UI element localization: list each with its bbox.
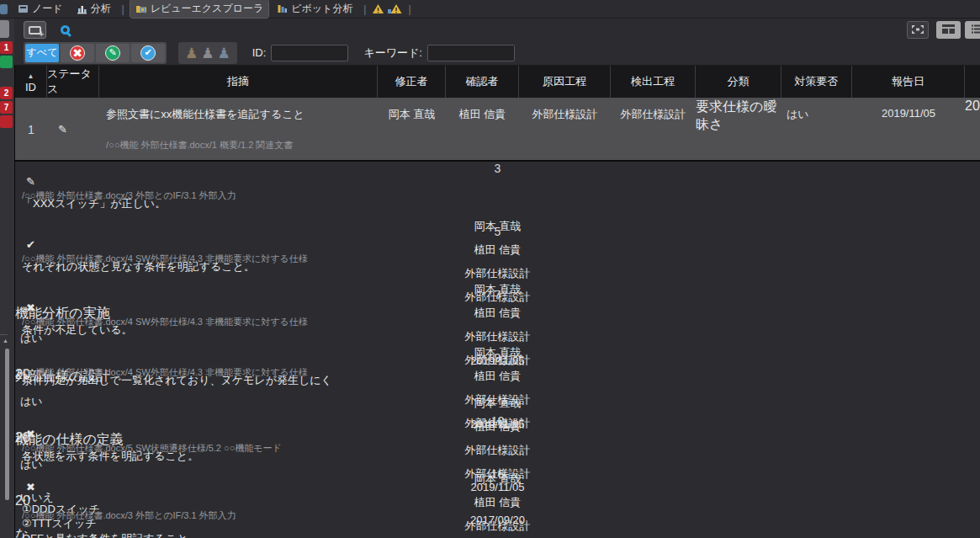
tab-node[interactable]: ノード: [13, 0, 68, 18]
keyword-filter-label: キーワード:: [363, 45, 422, 61]
warning-new-icon[interactable]: [388, 3, 402, 14]
column-header-finding[interactable]: 指摘: [99, 66, 378, 98]
cell-extra[interactable]: 20: [965, 99, 980, 160]
tab-analysis[interactable]: 分析: [72, 0, 116, 18]
review-explorer-icon: [135, 3, 147, 14]
cell-fixer: 岡本 直哉: [15, 387, 980, 411]
finding-document-path: /○○機能 外部仕様書.docx/4 SW外部仕様/4.3 非機能要求に対する仕…: [22, 253, 978, 265]
tab-separator: |: [405, 3, 413, 15]
cell-status[interactable]: ✔: [15, 238, 980, 251]
list-view-button[interactable]: [965, 21, 980, 39]
analysis-chart-icon: [77, 3, 87, 14]
column-header-fixer[interactable]: 修正者: [378, 66, 446, 98]
cell-finding[interactable]: 「XXXスイッチ」が正しい。 /○○機能 外部仕様書.docx/3 外部とのIF…: [15, 188, 980, 210]
table-row[interactable]: 7 ✖ 条件が不足している。 /○○機能 外部仕様書.docx/4 SW外部仕様…: [15, 288, 980, 351]
status-icon: ✎: [26, 175, 35, 188]
marker-badge[interactable]: [0, 115, 13, 128]
finding-document-path: /○○機能 外部仕様書.docx/4 SW外部仕様/4.3 非機能要求に対する仕…: [22, 316, 978, 328]
tab-separator: |: [361, 3, 368, 15]
id-filter-label: ID:: [252, 46, 267, 59]
scroll-up-arrow[interactable]: ▲: [3, 338, 8, 344]
status-confirmed-icon: ✔: [140, 45, 156, 61]
status-icon: ✔: [26, 238, 35, 251]
status-icon: ✖: [26, 428, 35, 440]
table-row[interactable]: 16 ✖ ①DDDスイッチ ②TTTスイッチ /○○機能 外部仕様書.docx/…: [15, 467, 980, 523]
table-row[interactable]: 10 ✖ 各状態を示す条件を明記すること。 /○○機能 外部仕様書.docx/5…: [15, 414, 980, 467]
cell-id: 3: [15, 162, 980, 175]
status-fixed-icon: ✎: [105, 45, 120, 61]
status-filter-group: すべて ✖ ✎ ✔: [24, 42, 167, 64]
collapsed-pane-handle[interactable]: [0, 20, 9, 38]
marker-badge[interactable]: [0, 56, 13, 68]
cell-category[interactable]: 要求仕様の曖昧さ: [696, 99, 781, 160]
marker-badge[interactable]: 7: [0, 101, 13, 114]
status-icon: ✖: [26, 301, 35, 314]
finding-text: OFFと見なす条件を明記すること: [22, 531, 973, 538]
filter-status-fixed-button[interactable]: ✎: [96, 44, 130, 62]
cell-checker: 植田 信貴: [446, 99, 519, 160]
person-filter-gray-icon[interactable]: ♟: [201, 45, 214, 62]
finding-document-path: /○○機能 外部仕様書.docx/5 SW状態遷移仕様/5.2 ○○機能モード: [22, 442, 978, 455]
cell-finding[interactable]: 参照文書にxx機能仕様書を追記すること /○○機能 外部仕様書.docx/1 概…: [99, 99, 378, 160]
tab-review-explorer[interactable]: レビューエクスプローラ: [130, 0, 269, 18]
column-header-report[interactable]: 報告日: [852, 66, 965, 98]
filter-status-confirmed-button[interactable]: ✔: [131, 44, 165, 62]
column-header-checker[interactable]: 確認者: [446, 66, 519, 98]
tab-analysis-label: 分析: [91, 2, 111, 16]
table-row[interactable]: 5 ✔ それぞれの状態と見なす条件を明記すること。 /○○機能 外部仕様書.do…: [15, 225, 980, 288]
status-ng-icon: ✖: [70, 45, 85, 61]
vertical-scrollbar-thumb[interactable]: [5, 349, 9, 500]
cell-finding[interactable]: それぞれの状態と見なす条件を明記すること。 /○○機能 外部仕様書.docx/4…: [15, 251, 980, 274]
tab-pivot-analysis[interactable]: ピボット分析: [272, 0, 358, 18]
id-filter-input[interactable]: [271, 45, 348, 61]
filter-bar: すべて ✖ ✎ ✔ ♟ ♟ ♟ ID: キーワード:: [14, 40, 980, 66]
cell-finding[interactable]: 条件判定が見出しで一覧化されており、ヌケモレが発生しにく /○○機能 外部仕様書…: [15, 365, 980, 387]
person-filter-blue-icon[interactable]: ♟: [218, 45, 230, 62]
keyword-filter-input[interactable]: [427, 45, 515, 61]
screenshot-add-icon: [29, 26, 41, 35]
finding-text: 参照文書にxx機能仕様書を追記すること: [106, 107, 371, 121]
column-header-id[interactable]: ▲ ID: [15, 66, 47, 98]
cell-status[interactable]: ✖: [15, 428, 980, 440]
column-header-detect[interactable]: 検出工程: [611, 66, 696, 98]
marker-badge[interactable]: 1: [0, 41, 13, 54]
cell-finding[interactable]: 各状態を示す条件を明記すること。 /○○機能 外部仕様書.docx/5 SW状態…: [15, 440, 980, 463]
table-row[interactable]: 9 条件判定が見出しで一覧化されており、ヌケモレが発生しにく /○○機能 外部仕…: [15, 351, 980, 414]
screenshot-add-button[interactable]: [24, 21, 46, 39]
column-header-cause[interactable]: 原因工程: [519, 66, 611, 98]
column-header-action[interactable]: 対策要否: [781, 66, 852, 98]
cell-status[interactable]: ✎: [47, 99, 99, 160]
search-button[interactable]: [54, 21, 76, 39]
column-header-id-label: ID: [25, 82, 36, 93]
column-header-extra[interactable]: [965, 66, 980, 98]
table-row[interactable]: OFFと見なす条件を明記すること 岡本 直哉 植田 信貴 外部仕様設計 外部仕様…: [15, 523, 980, 538]
cell-id: 16: [15, 467, 980, 481]
cell-status[interactable]: ✎: [15, 175, 980, 188]
cell-finding[interactable]: 条件が不足している。 /○○機能 外部仕様書.docx/4 SW外部仕様/4.3…: [15, 314, 980, 337]
clipped-tab-icon: [0, 4, 8, 14]
findings-table: ▲ ID ステータス 指摘 修正者 確認者 原因工程 検出工程 分類 対策要否 …: [14, 66, 980, 538]
pivot-chart-icon: [277, 3, 288, 14]
node-icon: [18, 3, 29, 14]
cell-status[interactable]: ✖: [15, 481, 980, 493]
cell-cause-process: 外部仕様設計: [519, 99, 611, 160]
column-header-category[interactable]: 分類: [696, 66, 781, 98]
filter-all-button[interactable]: すべて: [25, 44, 59, 62]
person-filter-brown-icon[interactable]: ♟: [185, 45, 198, 62]
warning-icon[interactable]: [372, 3, 384, 14]
status-icon: ✎: [58, 123, 67, 136]
person-filter-group: ♟ ♟ ♟: [178, 42, 237, 64]
layout-view-button[interactable]: [936, 21, 961, 39]
table-row[interactable]: 1 ✎ 参照文書にxx機能仕様書を追記すること /○○機能 外部仕様書.docx…: [15, 99, 980, 162]
tab-separator: |: [119, 3, 127, 15]
cell-id: 10: [15, 414, 980, 428]
column-header-status[interactable]: ステータス: [47, 66, 99, 98]
cell-finding[interactable]: OFFと見なす条件を明記すること: [15, 523, 980, 538]
marker-badge[interactable]: 2: [0, 87, 13, 99]
table-row[interactable]: 3 ✎ 「XXXスイッチ」が正しい。 /○○機能 外部仕様書.docx/3 外部…: [15, 162, 980, 225]
finding-document-path: /○○機能 外部仕様書.docx/3 外部とのIF/3.1 外部入力: [22, 509, 978, 522]
cell-status[interactable]: ✖: [15, 301, 980, 314]
cell-fixer: 岡本 直哉: [378, 99, 446, 160]
expand-button[interactable]: [907, 21, 929, 39]
filter-status-ng-button[interactable]: ✖: [61, 44, 94, 62]
